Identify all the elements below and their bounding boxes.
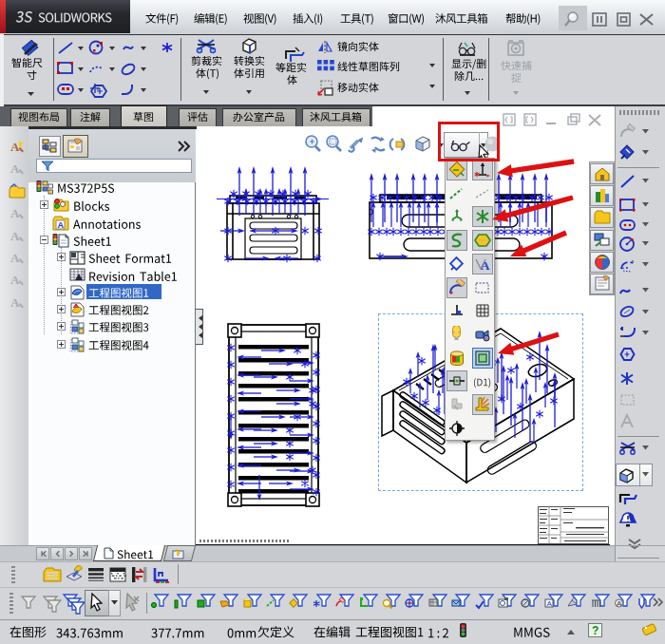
svg-text:A: A — [10, 229, 20, 243]
svg-text:A: A — [10, 161, 20, 176]
svg-text:A: A — [10, 140, 20, 154]
svg-text:A: A — [10, 251, 20, 265]
svg-text:A: A — [617, 599, 622, 608]
svg-text:A: A — [10, 295, 20, 310]
svg-text:A: A — [481, 258, 490, 273]
svg-text:A: A — [58, 220, 65, 230]
svg-text:A: A — [10, 273, 20, 287]
svg-text:A: A — [10, 206, 20, 220]
svg-text:A: A — [547, 599, 553, 608]
svg-text:?: ? — [592, 624, 598, 637]
